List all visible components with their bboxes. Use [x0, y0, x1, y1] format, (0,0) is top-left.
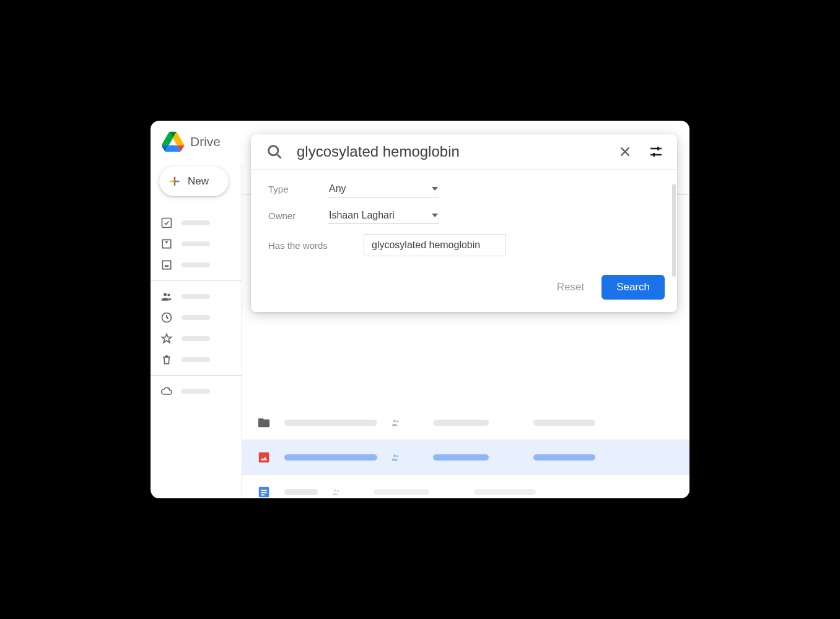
sidebar-item-priority[interactable] [151, 212, 242, 233]
sidebar-item-mydrive[interactable] [151, 233, 242, 254]
file-list [242, 405, 689, 498]
words-filter-label: Has the words [268, 240, 364, 251]
sidebar-item-shared[interactable] [151, 286, 242, 307]
svg-line-17 [278, 155, 281, 158]
drive-logo-icon [162, 131, 184, 153]
drive-icon [160, 238, 173, 250]
reset-button[interactable]: Reset [557, 281, 584, 293]
svg-rect-13 [261, 495, 265, 496]
svg-rect-23 [653, 153, 655, 157]
star-icon [160, 332, 173, 345]
new-button-label: New [188, 175, 209, 188]
owner-filter-select[interactable]: Ishaan Laghari [328, 207, 439, 224]
close-icon [618, 145, 632, 158]
svg-point-15 [337, 490, 339, 491]
svg-point-3 [167, 293, 170, 296]
search-panel: Type Any Owner Ishaan Laghari Has the wo… [251, 134, 677, 312]
image-file-icon [257, 451, 271, 464]
svg-rect-7 [259, 452, 269, 462]
svg-rect-12 [261, 492, 266, 493]
shared-icon [331, 487, 341, 497]
sidebar-item-label [182, 220, 210, 225]
sidebar-item-label [182, 336, 210, 341]
shared-drives-icon [160, 259, 173, 271]
chevron-down-icon [432, 187, 438, 191]
search-button[interactable]: Search [602, 275, 665, 300]
check-box-icon [160, 217, 173, 229]
people-icon [160, 290, 173, 303]
svg-point-2 [164, 293, 167, 296]
sidebar: New [151, 163, 242, 498]
file-row-selected[interactable] [242, 440, 689, 475]
panel-scrollbar[interactable] [672, 184, 676, 277]
owner-filter-value: Ishaan Laghari [329, 210, 395, 221]
drive-window: Drive New [151, 121, 689, 498]
type-filter-value: Any [329, 183, 346, 194]
sidebar-item-label [182, 389, 210, 394]
type-filter-select[interactable]: Any [328, 181, 439, 197]
app-logo-block[interactable]: Drive [162, 131, 255, 153]
sidebar-item-trash[interactable] [151, 349, 242, 370]
new-button[interactable]: New [159, 167, 229, 196]
trash-icon [160, 353, 173, 366]
search-icon [266, 143, 283, 160]
sidebar-item-storage[interactable] [151, 381, 242, 402]
clear-search-button[interactable] [616, 143, 634, 160]
plus-icon [168, 175, 182, 188]
has-words-input[interactable] [364, 234, 506, 256]
clock-icon [160, 311, 173, 324]
file-row[interactable] [242, 475, 689, 498]
svg-rect-21 [657, 147, 659, 150]
chevron-down-icon [432, 214, 438, 217]
search-input[interactable] [297, 143, 603, 160]
sidebar-item-label [182, 294, 210, 299]
sidebar-item-label [182, 315, 210, 320]
svg-rect-11 [261, 490, 266, 491]
owner-filter-label: Owner [268, 210, 328, 221]
search-options-button[interactable] [647, 143, 665, 160]
file-row[interactable] [242, 405, 689, 440]
svg-point-1 [167, 265, 168, 267]
app-name: Drive [190, 134, 221, 149]
svg-point-6 [396, 420, 398, 422]
svg-point-16 [269, 146, 278, 155]
sidebar-item-label [182, 262, 210, 267]
sidebar-item-label [182, 357, 210, 362]
type-filter-label: Type [268, 184, 328, 194]
sidebar-item-shared-drives[interactable] [151, 254, 242, 275]
svg-point-0 [165, 265, 167, 267]
shared-icon [391, 418, 401, 428]
svg-point-5 [393, 420, 396, 422]
folder-shared-icon [257, 416, 271, 430]
cloud-icon [160, 385, 173, 397]
svg-point-9 [396, 455, 398, 457]
shared-icon [391, 452, 401, 462]
sidebar-item-label [182, 241, 210, 246]
sidebar-item-starred[interactable] [151, 328, 242, 349]
docs-file-icon [257, 485, 271, 498]
sidebar-item-recent[interactable] [151, 307, 242, 328]
svg-point-14 [334, 489, 336, 491]
svg-point-8 [393, 454, 396, 457]
tune-icon [649, 144, 663, 159]
